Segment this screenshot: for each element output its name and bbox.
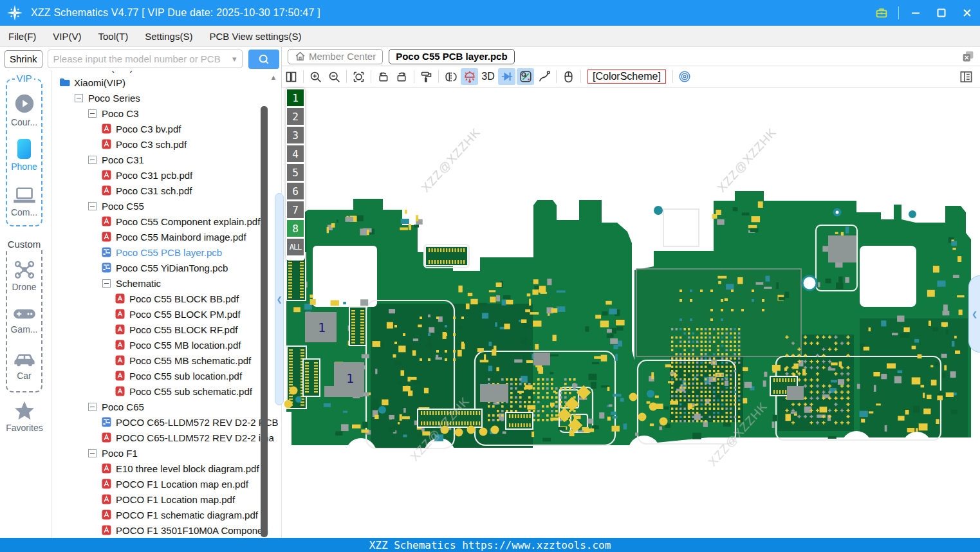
- colorscheme-button[interactable]: [ColorScheme]: [587, 69, 666, 84]
- tree-row[interactable]: E10 three level block diagram.pdf: [52, 461, 281, 476]
- search-row: Shrink ▾: [0, 47, 281, 71]
- zoom-in-icon[interactable]: [307, 68, 324, 85]
- tree-row[interactable]: POCO F1 3501F10M0A Componen: [52, 522, 281, 538]
- layer-button-6[interactable]: 6: [287, 183, 304, 199]
- right-panel-expand-handle[interactable]: ❮: [968, 275, 980, 353]
- shrink-button[interactable]: Shrink: [5, 50, 42, 68]
- view-3d-button[interactable]: 3D: [479, 68, 497, 85]
- tree-row[interactable]: Xiaomi(VIP): [52, 75, 281, 90]
- model-search-input[interactable]: [53, 53, 231, 64]
- minimize-button[interactable]: [903, 0, 929, 26]
- tree-row[interactable]: Poco C55 Component explain.pdf: [52, 214, 281, 229]
- layer-button-4[interactable]: 4: [287, 145, 304, 162]
- paint-roller-icon[interactable]: [418, 68, 435, 85]
- tree-scroll-up-icon[interactable]: ▲: [268, 72, 279, 82]
- tree-row[interactable]: Poco Series: [52, 90, 281, 106]
- layer-button-3[interactable]: 3: [287, 127, 304, 143]
- vip-group-label: VIP: [14, 73, 33, 84]
- tree-row[interactable]: Poco C55 PCB layer.pcb: [52, 244, 281, 260]
- tab-active-pcb[interactable]: Poco C55 PCB layer.pcb: [389, 49, 514, 64]
- tree-collapse-handle[interactable]: ❮: [275, 193, 284, 405]
- tree-row[interactable]: Poco C55 BLOCK RF.pdf: [52, 322, 281, 337]
- panel-toggle-icon[interactable]: [959, 69, 974, 84]
- rings-icon[interactable]: [676, 68, 694, 85]
- pcb-image: 1 1 XZZ@XZZHK XZZ@XZZHK XZZ@XZZHK XZZ@XZ…: [282, 87, 980, 538]
- rail-item-phone[interactable]: Phone: [7, 139, 41, 172]
- curve-icon[interactable]: [535, 68, 553, 85]
- rail-item-course[interactable]: Cour...: [7, 93, 41, 127]
- menu-item-1[interactable]: VIP(V): [44, 26, 89, 46]
- tree-row[interactable]: Poco C55 BLOCK PM.pdf: [52, 306, 281, 322]
- pcb-canvas[interactable]: 1 1 XZZ@XZZHK XZZ@XZZHK XZZ@XZZHK XZZ@XZ…: [281, 87, 980, 538]
- menu-item-4[interactable]: PCB View settings(S): [201, 26, 310, 46]
- rotate-cw-icon[interactable]: [393, 68, 411, 85]
- rail-item-computer[interactable]: Com...: [7, 185, 41, 217]
- tree-scrollbar[interactable]: [261, 106, 268, 537]
- mouse-icon[interactable]: [560, 68, 577, 85]
- layer-button-2[interactable]: 2: [287, 108, 304, 125]
- layer-button-ALL[interactable]: ALL: [287, 239, 304, 255]
- rail-item-game[interactable]: Gam...: [7, 306, 41, 335]
- close-tabs-icon[interactable]: [961, 50, 975, 63]
- tree-row[interactable]: Poco C55 sub location.pdf: [52, 368, 281, 383]
- tree-row[interactable]: POCO C65-LLDM572 REV D2-2 PCB: [52, 414, 281, 430]
- rotate-ccw-icon[interactable]: [374, 68, 392, 85]
- tree-row[interactable]: Poco C55 MB schematic.pdf: [52, 353, 281, 368]
- lamp-icon[interactable]: [461, 68, 478, 85]
- tree-row[interactable]: Poco C55 sub schematic.pdf: [52, 383, 281, 399]
- menu-bar: File(F)VIP(V)Tool(T)Settings(S)PCB View …: [0, 26, 980, 47]
- tree-row[interactable]: Poco F1: [52, 445, 281, 461]
- tree-row[interactable]: POCO F1 Location map.pdf: [52, 492, 281, 507]
- rail-item-drone[interactable]: Drone: [7, 260, 41, 292]
- close-button[interactable]: [954, 0, 980, 26]
- tree-row[interactable]: Poco C3 bv.pdf: [52, 121, 281, 136]
- tree-row[interactable]: Poco C3 sch.pdf: [52, 136, 281, 152]
- tree-row-label: OnePlus(VIP): [74, 71, 133, 73]
- zoom-out-icon[interactable]: [326, 68, 343, 85]
- dual-view-icon[interactable]: [282, 68, 300, 85]
- tree-row[interactable]: Schematic: [52, 275, 281, 291]
- tree-row[interactable]: Poco C31 pcb.pdf: [52, 167, 281, 183]
- menu-item-3[interactable]: Settings(S): [136, 26, 201, 46]
- layer-button-7[interactable]: 7: [287, 201, 304, 218]
- model-search-box[interactable]: ▾: [48, 50, 243, 68]
- chevron-down-icon[interactable]: ▾: [232, 54, 237, 64]
- tree-row[interactable]: POCO C65-LLDM572 REV D2-2 ima: [52, 430, 281, 445]
- tree-row[interactable]: Poco C55 BLOCK BB.pdf: [52, 291, 281, 306]
- tree-row[interactable]: Poco C55 Mainbord image.pdf: [52, 229, 281, 244]
- app-logo-icon: [6, 5, 23, 21]
- tree-row[interactable]: POCO F1 schematic diagram.pdf: [52, 507, 281, 522]
- collapse-icon: [87, 154, 98, 165]
- layer-button-8[interactable]: 8: [287, 220, 304, 237]
- pcb-icon: [101, 417, 112, 428]
- mirror-icon[interactable]: [442, 68, 459, 85]
- tree-row[interactable]: POCO F1 Location map en.pdf: [52, 476, 281, 492]
- menu-item-0[interactable]: File(F): [0, 26, 44, 46]
- tree-row[interactable]: Poco C65: [52, 399, 281, 414]
- tree-row[interactable]: Poco C31 sch.pdf: [52, 183, 281, 198]
- rail-item-favorites[interactable]: Favorites: [0, 400, 49, 433]
- tree-row[interactable]: Poco C55 MB location.pdf: [52, 337, 281, 353]
- maximize-button[interactable]: [929, 0, 954, 26]
- zoom-fit-icon[interactable]: [350, 68, 367, 85]
- diode-icon[interactable]: [498, 68, 515, 85]
- vip-briefcase-icon[interactable]: [869, 0, 894, 26]
- tree-row[interactable]: Poco C55: [52, 198, 281, 214]
- rail-item-car[interactable]: Car: [7, 351, 41, 381]
- pdf-icon: [115, 371, 125, 382]
- tab-member-center[interactable]: Member Center: [288, 49, 383, 64]
- file-tree: OnePlus(VIP) Xiaomi(VIP) Poco Series Poc…: [52, 71, 281, 538]
- layer-button-5[interactable]: 5: [287, 164, 304, 181]
- tree-row[interactable]: Poco C55 YiDianTong.pcb: [52, 260, 281, 275]
- tree-row-label: Poco C55 YiDianTong.pcb: [116, 262, 228, 273]
- tree-row-label: E10 three level block diagram.pdf: [116, 463, 259, 474]
- layer-button-1[interactable]: 1: [287, 89, 304, 106]
- tree-row[interactable]: Poco C3: [52, 106, 281, 121]
- net-probe-icon[interactable]: [517, 68, 534, 85]
- search-button[interactable]: [248, 50, 279, 69]
- collapse-icon: [87, 448, 98, 459]
- menu-item-2[interactable]: Tool(T): [90, 26, 137, 46]
- pdf-icon: [101, 124, 112, 134]
- svg-text:XZZ@XZZHK: XZZ@XZZHK: [714, 125, 779, 195]
- tree-row[interactable]: Poco C31: [52, 152, 281, 167]
